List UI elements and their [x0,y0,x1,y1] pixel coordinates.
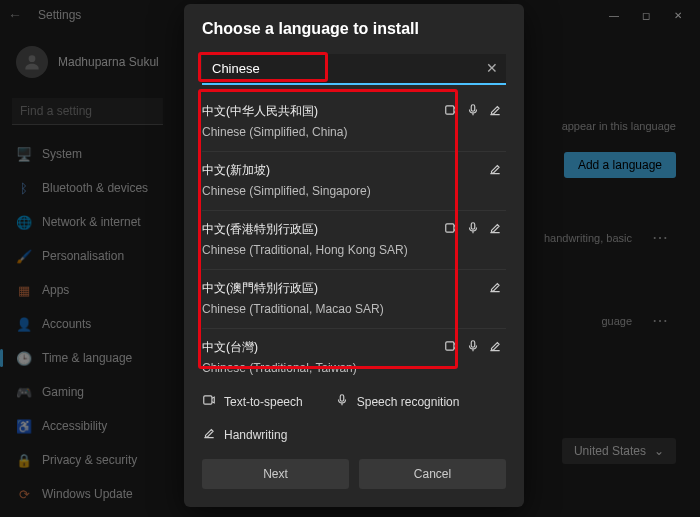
hand-icon [488,339,502,356]
language-english: Chinese (Traditional, Macao SAR) [202,302,488,316]
language-english: Chinese (Traditional, Taiwan) [202,361,444,375]
language-option[interactable]: 中文(香港特別行政區)Chinese (Traditional, Hong Ko… [202,211,506,270]
dialog-title: Choose a language to install [202,20,506,38]
svg-rect-2 [471,105,475,111]
language-native: 中文(香港特別行政區) [202,221,444,238]
clear-search-icon[interactable]: ✕ [486,60,498,76]
svg-rect-4 [471,223,475,229]
tts-icon [444,221,458,238]
language-native: 中文(台灣) [202,339,444,356]
svg-rect-6 [471,341,475,347]
mic-icon [466,103,480,120]
language-english: Chinese (Traditional, Hong Kong SAR) [202,243,444,257]
hand-icon [488,280,502,297]
language-english: Chinese (Simplified, Singapore) [202,184,488,198]
language-option[interactable]: 中文(台灣)Chinese (Traditional, Taiwan) [202,329,506,387]
feature-label: Text-to-speech [224,395,303,409]
language-native: 中文(新加坡) [202,162,488,179]
feature-legend: Text-to-speech Speech recognition Handwr… [202,385,506,459]
language-option[interactable]: 中文(澳門特別行政區)Chinese (Traditional, Macao S… [202,270,506,329]
svg-rect-7 [204,396,212,404]
language-install-dialog: Choose a language to install ✕ 中文(中华人民共和… [184,4,524,507]
handwriting-icon [202,426,216,443]
feature-label: Speech recognition [357,395,460,409]
tts-icon [444,103,458,120]
svg-rect-3 [446,224,454,232]
hand-icon [488,162,502,179]
svg-rect-5 [446,342,454,350]
language-english: Chinese (Simplified, China) [202,125,444,139]
language-search-input[interactable] [202,54,506,85]
hand-icon [488,103,502,120]
next-button[interactable]: Next [202,459,349,489]
mic-icon [466,221,480,238]
mic-icon [466,339,480,356]
language-list: 中文(中华人民共和国)Chinese (Simplified, China)中文… [202,93,506,373]
language-option[interactable]: 中文(中华人民共和国)Chinese (Simplified, China) [202,93,506,152]
tts-icon [444,339,458,356]
language-native: 中文(中华人民共和国) [202,103,444,120]
cancel-button[interactable]: Cancel [359,459,506,489]
hand-icon [488,221,502,238]
language-option[interactable]: 中文(新加坡)Chinese (Simplified, Singapore) [202,152,506,211]
svg-rect-1 [446,106,454,114]
feature-label: Handwriting [224,428,287,442]
tts-icon [202,393,216,410]
mic-icon [335,393,349,410]
svg-rect-8 [340,395,344,401]
language-native: 中文(澳門特別行政區) [202,280,488,297]
